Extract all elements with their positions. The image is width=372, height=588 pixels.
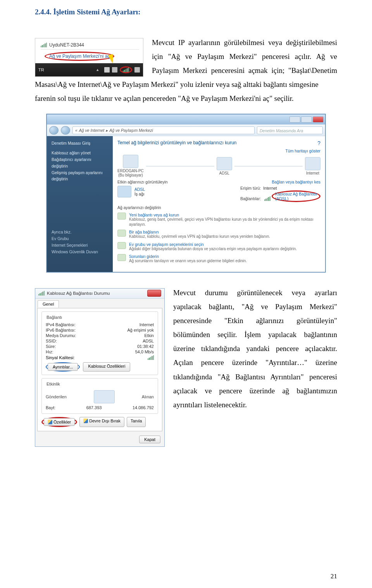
active-network-block: ADSL İş ağı Erişim türü: Internet Bağlan… [117, 186, 320, 202]
cp-heading: Temel ağ bilgilerinizi görüntüleyin ve b… [117, 140, 320, 145]
pc-icon [123, 155, 138, 168]
properties-button-highlight: Özellikler [41, 417, 77, 427]
fieldset-connection: Bağlantı IPv4 Bağlantısı:Internet IPv6 B… [41, 311, 158, 375]
cp-main: ? Temel ağ bilgilerinizi görüntüleyin ve… [113, 136, 325, 272]
screenshot-tray: UyduNET-2B344 Ağ ve Paylaşım Merkezi'ni … [35, 38, 143, 77]
fieldset-activity: Etkinlik Gönderilen Alınan Bayt: 687.393… [41, 378, 158, 414]
paragraph-1b: farenin sol tuşu ile tıklanır ve açılan … [35, 92, 337, 105]
signal-bars-icon [41, 43, 47, 47]
view-active-label: Etkin ağlarınızı görüntüleyin [117, 180, 168, 184]
cp-sidebar: Denetim Masası Giriş Kablosuz ağları yön… [47, 136, 113, 272]
disable-button[interactable]: Devre Dışı Bırak [79, 417, 124, 427]
task-icon [117, 213, 126, 220]
details-button[interactable]: Ayrıntılar... [48, 363, 78, 371]
change-settings-label: Ağ ayarlarınızı değiştirin [117, 205, 320, 210]
tray-ssid: UyduNET-2B344 [49, 42, 84, 48]
network-map: ERDOGAN-PC(Bu bilgisayar) ADSL Internet [117, 155, 320, 177]
signal-bars-icon [264, 196, 270, 201]
see-also-firewall[interactable]: Windows Güvenlik Duvarı [52, 249, 108, 255]
maximize-button[interactable] [301, 116, 312, 123]
taskbar-lang: TR [38, 67, 44, 72]
sidebar-item-sharing[interactable]: Gelişmiş paylaşım ayarlarını değiştirin [52, 169, 108, 183]
activity-icon [94, 390, 115, 403]
sidebar-home[interactable]: Denetim Masası Giriş [52, 140, 108, 147]
see-also-label: Ayrıca bkz. [52, 229, 108, 235]
sent-label: Gönderilen [46, 394, 67, 399]
shield-icon [48, 420, 52, 424]
sidebar-item-adapter[interactable]: Bağdaştırıcı ayarlarını değiştirin [52, 156, 108, 169]
speaker-icon[interactable] [134, 67, 140, 73]
taskbar: TR ▴ [35, 63, 143, 76]
close-button[interactable] [147, 290, 161, 297]
search-input[interactable]: Denetim Masasında Ara [257, 126, 323, 134]
screenshot-network-center: « Ağ ve Internet ▸ Ağ ve Paylaşım Merkez… [46, 114, 326, 272]
screenshot-wireless-status: Kablosuz Ağ Bağlantısı Durumu Genel Bağl… [35, 288, 165, 447]
breadcrumb[interactable]: « Ağ ve Internet ▸ Ağ ve Paylaşım Merkez… [72, 126, 255, 134]
diagnose-button[interactable]: Tanıla [127, 417, 146, 427]
bytes-recv: 14.086.792 [133, 405, 154, 410]
forward-button[interactable] [61, 126, 70, 135]
minimize-button[interactable] [289, 116, 300, 123]
wireless-connection-link[interactable]: Kablosuz Ağ Bağlantısı(ADSL) [272, 190, 320, 202]
dlg-tabs: Genel [35, 299, 164, 308]
shield-icon [83, 419, 88, 423]
sidebar-item-wireless[interactable]: Kablosuz ağları yönet [52, 150, 108, 156]
signal-bars-icon [38, 291, 45, 296]
details-button-highlight: Ayrıntılar... [46, 362, 80, 372]
tab-general[interactable]: Genel [38, 300, 59, 308]
globe-icon [305, 157, 320, 170]
task-new-connection[interactable]: Yeni bağlantı veya ağ kurun [129, 213, 320, 217]
task-list: Yeni bağlantı veya ağ kurunKablosuz, gen… [117, 213, 320, 264]
cp-nav: « Ağ ve Internet ▸ Ağ ve Paylaşım Merkez… [47, 125, 325, 136]
battery-icon[interactable] [112, 67, 117, 73]
network-icon [117, 186, 131, 197]
network-name[interactable]: ADSL [134, 187, 145, 192]
properties-button[interactable]: Özellikler [44, 418, 75, 426]
back-button[interactable] [49, 126, 59, 135]
task-icon [117, 230, 126, 237]
wireless-properties-button[interactable]: Kablosuz Özellikleri [83, 362, 130, 372]
open-network-center-tooltip[interactable]: Ağ ve Paylaşım Merkezi'ni aç [45, 52, 114, 61]
network-type: İş ağı [134, 192, 145, 196]
task-troubleshoot[interactable]: Sorunları giderin [129, 254, 247, 259]
recv-label: Alınan [142, 394, 154, 399]
dlg-title-text: Kablosuz Ağ Bağlantısı Durumu [47, 291, 110, 296]
router-icon [217, 157, 232, 170]
tray-chevron-icon[interactable]: ▴ [96, 67, 102, 73]
bytes-sent: 687.393 [55, 405, 133, 410]
task-connect[interactable]: Bir ağa bağlanın [129, 230, 270, 234]
section-heading: 2.4.4. İşletim Sistemi Ağ Ayarları: [35, 8, 337, 16]
full-map-link[interactable]: Tüm haritayı göster [117, 149, 320, 153]
task-icon [117, 254, 126, 261]
connect-disconnect-link[interactable]: Bağlan veya bağlantıyı kes [272, 180, 321, 184]
task-icon [117, 242, 126, 249]
see-also-inetopts[interactable]: Internet Seçenekleri [52, 242, 108, 249]
dlg-titlebar: Kablosuz Ağ Bağlantısı Durumu [35, 289, 164, 299]
help-icon[interactable]: ? [317, 140, 320, 146]
signal-bars-icon [148, 355, 154, 360]
close-button[interactable] [313, 116, 324, 123]
network-tray-icon[interactable] [120, 66, 132, 73]
cp-titlebar [47, 114, 325, 125]
close-dialog-button[interactable]: Kapat [139, 436, 160, 443]
page-number: 21 [331, 572, 337, 580]
see-also-homegroup[interactable]: Ev Grubu [52, 235, 108, 242]
task-homegroup[interactable]: Ev grubu ve paylaşım seçeneklerini seçin [129, 242, 297, 247]
flag-icon[interactable] [104, 67, 110, 73]
